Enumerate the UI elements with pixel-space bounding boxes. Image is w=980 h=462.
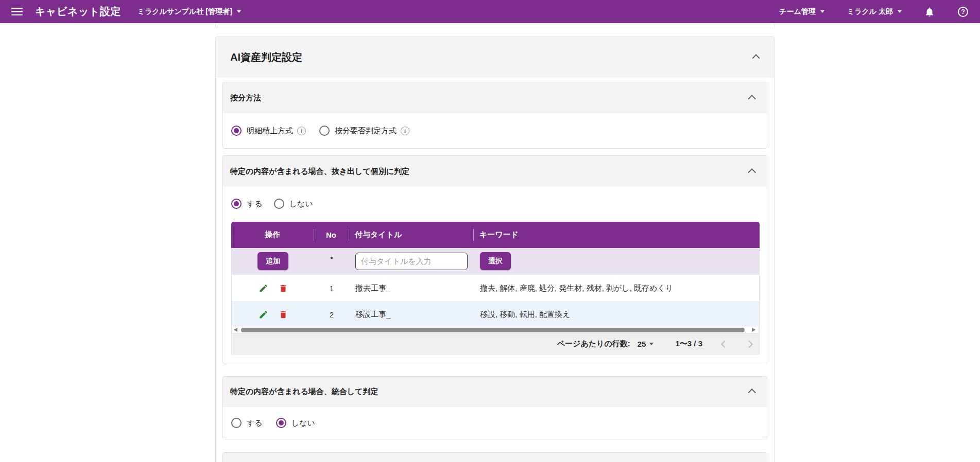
- info-icon[interactable]: [297, 127, 306, 135]
- radio-option-detail-accumulation[interactable]: 明細積上方式: [231, 126, 306, 136]
- section-title: AI資産判定設定: [230, 50, 754, 64]
- bell-icon: [924, 6, 935, 17]
- radio-label: 按分要否判定方式: [335, 126, 397, 136]
- scrollbar-thumb[interactable]: [241, 328, 745, 332]
- panel-title: 特定の内容が含まれる場合、抜き出して個別に判定: [230, 167, 750, 176]
- column-header-operation: 操作: [231, 222, 314, 248]
- radio-label: する: [247, 418, 263, 428]
- radio-label: する: [247, 199, 263, 209]
- scroll-left-arrow-icon[interactable]: [234, 328, 237, 332]
- add-button[interactable]: 追加: [257, 252, 288, 270]
- title-input[interactable]: [355, 253, 468, 270]
- row-keywords: 移設, 移動, 転用, 配置換え: [474, 302, 759, 327]
- svg-text:?: ?: [961, 8, 965, 15]
- radio-selected-icon[interactable]: [276, 418, 286, 428]
- panel-extract-individual-header: 特定の内容が含まれる場合、抜き出して個別に判定: [223, 156, 767, 187]
- top-app-bar: キャビネット設定 ミラクルサンプル社 [管理者] チーム管理 ミラクル 太郎 ?: [0, 0, 980, 23]
- column-header-keywords: キーワード: [473, 222, 760, 248]
- rows-per-page-select[interactable]: 25: [638, 340, 654, 348]
- row-keywords: 撤去, 解体, 産廃, 処分, 発生材, 残材, 剥がし, 既存めくり: [474, 275, 759, 301]
- panel-merge-judgment-header: 特定の内容が含まれる場合、統合して判定: [223, 377, 767, 407]
- row-title: 撤去工事_: [349, 275, 474, 301]
- row-number: 2: [314, 302, 349, 327]
- trash-icon: [279, 283, 288, 293]
- radio-label: 明細積上方式: [247, 126, 293, 136]
- radio-selected-icon[interactable]: [231, 199, 242, 209]
- panel-merge-judgment: 特定の内容が含まれる場合、統合して判定 する しない: [222, 376, 767, 439]
- radio-label: しない: [291, 418, 315, 428]
- table-row: 2 移設工事_ 移設, 移動, 転用, 配置換え: [232, 301, 759, 327]
- chevron-left-icon: [721, 340, 728, 347]
- user-name-label: ミラクル 太郎: [847, 7, 893, 16]
- edit-button[interactable]: [259, 310, 268, 319]
- select-keywords-button[interactable]: 選択: [480, 252, 511, 270]
- ai-asset-settings-card: AI資産判定設定 按分方法 明細積上方式 按分要否判定方式: [215, 37, 775, 462]
- column-header-title: 付与タイトル: [349, 222, 473, 248]
- merge-enable-options: する しない: [223, 407, 767, 439]
- info-icon[interactable]: [401, 127, 409, 135]
- edit-button[interactable]: [259, 283, 268, 293]
- radio-label: しない: [289, 199, 313, 209]
- rows-per-page-value: 25: [638, 340, 646, 348]
- card-body: 按分方法 明細積上方式 按分要否判定方式 特定の内容が含まれる場合、抜き出して: [216, 78, 774, 462]
- pagination-range: 1〜3 / 3: [675, 339, 702, 349]
- previous-page-button[interactable]: [722, 342, 727, 347]
- panel-doc-info-header: 資料全体の情報を資産タイトルに含める: [223, 453, 767, 462]
- new-rule-row: 追加 * 選択: [232, 248, 759, 274]
- caret-down-icon: [649, 343, 654, 345]
- radio-option-yes[interactable]: する: [231, 418, 263, 428]
- user-menu[interactable]: ミラクル 太郎: [847, 7, 902, 16]
- ai-asset-settings-header: AI資産判定設定: [216, 37, 774, 78]
- apportion-method-options: 明細積上方式 按分要否判定方式: [223, 113, 767, 148]
- horizontal-scrollbar[interactable]: [232, 327, 759, 333]
- chevron-right-icon: [746, 340, 753, 347]
- page-title: キャビネット設定: [35, 5, 121, 19]
- previous-card-bottom-edge: [215, 23, 775, 27]
- delete-button[interactable]: [279, 310, 288, 319]
- column-header-no: No: [314, 222, 349, 248]
- radio-unselected-icon[interactable]: [231, 418, 242, 428]
- rows-per-page-label: ページあたりの行数:: [557, 339, 630, 349]
- radio-unselected-icon[interactable]: [274, 199, 284, 209]
- required-marker: *: [330, 255, 333, 263]
- extract-panel-body: する しない 操作 No 付与タイトル キーワード: [223, 187, 767, 364]
- radio-unselected-icon[interactable]: [319, 126, 330, 136]
- radio-option-no[interactable]: しない: [276, 418, 315, 428]
- table-row: 1 撤去工事_ 撤去, 解体, 産廃, 処分, 発生材, 残材, 剥がし, 既存…: [232, 274, 759, 301]
- panel-title: 按分方法: [230, 93, 750, 103]
- notifications-button[interactable]: [924, 6, 935, 17]
- table-pagination: ページあたりの行数: 25 1〜3 / 3: [231, 334, 760, 354]
- caret-down-icon: [237, 10, 241, 13]
- caret-down-icon: [820, 10, 824, 13]
- panel-doc-info-title: 資料全体の情報を資産タイトルに含める: [222, 452, 767, 462]
- row-number: 1: [314, 275, 349, 301]
- caret-down-icon: [898, 10, 902, 13]
- extract-enable-options: する しない: [231, 196, 759, 211]
- panel-title: 特定の内容が含まれる場合、統合して判定: [230, 387, 750, 397]
- team-management-label: チーム管理: [779, 7, 816, 16]
- pencil-icon: [259, 283, 268, 293]
- delete-button[interactable]: [279, 283, 288, 293]
- row-title: 移設工事_: [349, 302, 474, 327]
- help-icon: ?: [957, 6, 969, 17]
- radio-option-no[interactable]: しない: [274, 199, 313, 209]
- trash-icon: [279, 310, 288, 319]
- panel-extract-individual: 特定の内容が含まれる場合、抜き出して個別に判定 する しない: [222, 155, 767, 364]
- panel-apportion-method: 按分方法 明細積上方式 按分要否判定方式: [222, 82, 767, 149]
- team-management-menu[interactable]: チーム管理: [779, 7, 824, 16]
- radio-option-apportion-judgment[interactable]: 按分要否判定方式: [319, 126, 409, 136]
- keyword-rules-table: 操作 No 付与タイトル キーワード 追加 *: [231, 222, 760, 354]
- next-page-button[interactable]: [747, 342, 752, 347]
- table-body: 追加 * 選択: [231, 248, 760, 334]
- help-button[interactable]: ?: [957, 6, 969, 17]
- hamburger-menu-icon[interactable]: [11, 8, 23, 16]
- radio-selected-icon[interactable]: [231, 126, 242, 136]
- table-header-row: 操作 No 付与タイトル キーワード: [231, 222, 760, 248]
- pencil-icon: [259, 310, 268, 319]
- company-name: ミラクルサンプル社 [管理者]: [137, 7, 232, 16]
- company-selector[interactable]: ミラクルサンプル社 [管理者]: [137, 7, 241, 16]
- panel-apportion-method-header: 按分方法: [223, 82, 767, 113]
- radio-option-yes[interactable]: する: [231, 199, 263, 209]
- scroll-right-arrow-icon[interactable]: [752, 328, 755, 332]
